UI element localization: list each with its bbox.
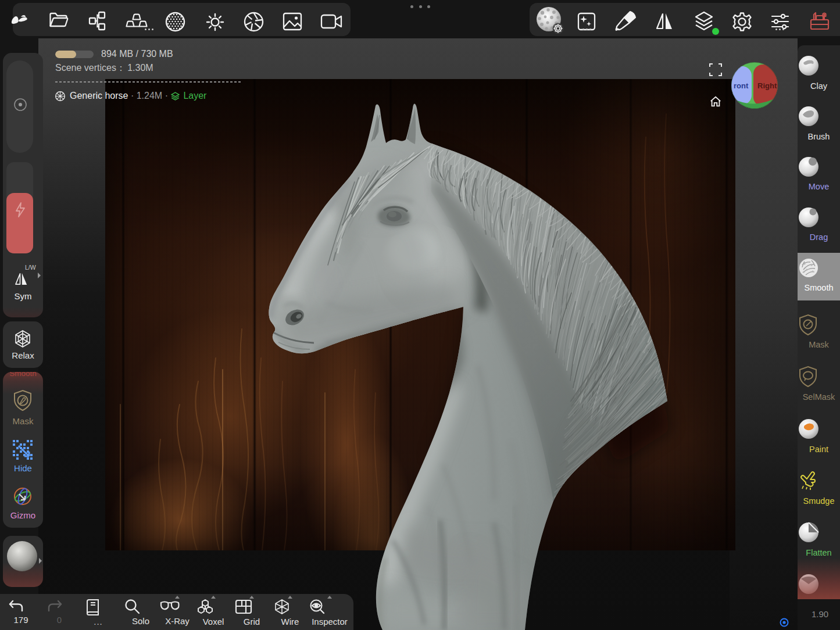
svg-text:ront: ront (734, 81, 749, 90)
svg-text:Right: Right (757, 81, 777, 90)
